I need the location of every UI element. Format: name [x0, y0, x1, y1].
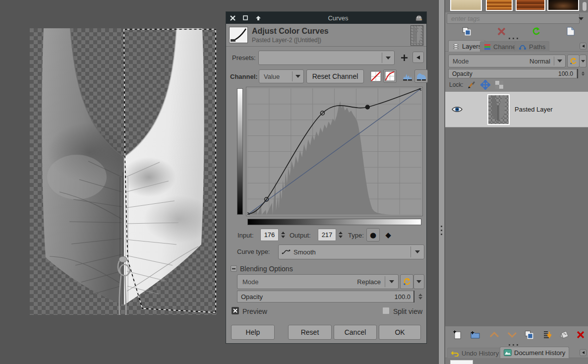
- lock-paint-icon[interactable]: [466, 79, 477, 90]
- tags-chevron-icon[interactable]: [577, 15, 585, 22]
- blending-collapse-toggle[interactable]: [231, 265, 237, 272]
- delete-icon[interactable]: [496, 26, 507, 37]
- split-view-checkbox[interactable]: [382, 307, 390, 314]
- delete-layer-icon[interactable]: [576, 330, 586, 340]
- curve-type-value: Smooth: [294, 248, 411, 256]
- chevron-down-icon: [411, 250, 424, 253]
- history-entry-thumbnail[interactable]: [450, 360, 473, 364]
- smooth-curve-icon[interactable]: [383, 69, 397, 83]
- duplicate-layer-icon[interactable]: [524, 329, 534, 340]
- dialog-header: Adjust Color Curves Pasted Layer-2 ([Unt…: [226, 24, 426, 47]
- garment-image: [30, 28, 217, 315]
- maximize-icon[interactable]: [239, 12, 252, 24]
- histogram-linear-icon[interactable]: [402, 70, 413, 82]
- dock-divider[interactable]: [438, 0, 445, 364]
- blend-mode-menu-button[interactable]: [413, 274, 424, 289]
- channel-value: Value: [259, 73, 292, 80]
- tab-document-history[interactable]: Document History: [500, 347, 569, 358]
- blend-opacity-spinner[interactable]: [416, 291, 424, 303]
- cancel-button[interactable]: Cancel: [334, 325, 377, 340]
- output-spinner[interactable]: [337, 229, 344, 241]
- paths-icon: [519, 44, 527, 50]
- point-type-smooth-button[interactable]: ●: [366, 228, 380, 242]
- layer-row-pasted-layer[interactable]: Pasted Layer: [445, 92, 588, 127]
- output-field[interactable]: 217: [318, 229, 336, 241]
- curve-grid-area[interactable]: [246, 87, 423, 216]
- reset-button[interactable]: Reset: [288, 325, 332, 340]
- history-tabbar: Undo History Document History: [445, 347, 588, 358]
- type-diamond-glyph: ◆: [385, 231, 391, 240]
- curve-type-combo[interactable]: Smooth: [278, 244, 424, 259]
- input-label: Input:: [237, 232, 254, 239]
- pattern-swatch[interactable]: [547, 0, 579, 11]
- tab-document-history-label: Document History: [514, 349, 565, 357]
- smooth-wave-icon: [279, 249, 294, 255]
- lock-position-icon[interactable]: [480, 79, 491, 90]
- blend-mode-reset-button[interactable]: [400, 274, 413, 289]
- chevron-down-icon: [554, 60, 565, 62]
- merge-down-icon[interactable]: [541, 329, 552, 340]
- blend-mode-value: Replace: [357, 278, 385, 286]
- anchor-layer-icon[interactable]: [558, 329, 570, 340]
- dock-grip-icon[interactable]: [509, 38, 518, 39]
- pattern-swatch[interactable]: [486, 0, 513, 11]
- reset-arrow-icon: [570, 58, 577, 65]
- pattern-swatch[interactable]: [516, 0, 545, 11]
- layer-opacity-value: 100.0: [558, 70, 573, 77]
- point-type-corner-button[interactable]: ◆: [382, 228, 394, 242]
- channel-combo[interactable]: Value: [259, 69, 304, 83]
- add-preset-icon[interactable]: [399, 52, 410, 63]
- layer-name[interactable]: Pasted Layer: [515, 106, 553, 113]
- blending-options-label: Blending Options: [240, 265, 293, 273]
- patterns-scrollbar[interactable]: [583, 2, 587, 11]
- layer-visibility-eye-icon[interactable]: [451, 105, 463, 114]
- image-artboard[interactable]: [30, 28, 217, 315]
- preset-menu-icon[interactable]: [412, 52, 424, 63]
- new-group-icon[interactable]: [470, 330, 480, 340]
- lock-label: Lock:: [449, 81, 464, 88]
- right-dock: Layers Channels Paths Mode Normal Opacit…: [445, 0, 588, 364]
- input-field[interactable]: 176: [260, 229, 279, 241]
- ok-button[interactable]: OK: [379, 325, 421, 340]
- preview-checkbox[interactable]: [232, 307, 239, 314]
- help-button[interactable]: Help: [231, 325, 275, 340]
- value-gradient-vertical: [237, 88, 243, 215]
- close-icon[interactable]: [226, 12, 239, 24]
- lower-layer-icon[interactable]: [507, 331, 518, 339]
- raise-layer-icon[interactable]: [489, 331, 500, 339]
- new-layer-icon[interactable]: [452, 330, 462, 340]
- pattern-swatch[interactable]: [450, 0, 482, 11]
- dock-grip-icon[interactable]: [509, 344, 518, 346]
- dialog-titlebar[interactable]: Curves: [226, 12, 426, 24]
- duplicate-icon[interactable]: [461, 26, 472, 37]
- input-spinner[interactable]: [280, 229, 287, 241]
- layer-opacity-spinner[interactable]: [579, 69, 587, 78]
- tab-paths[interactable]: Paths: [515, 41, 549, 52]
- undo-history-icon: [451, 350, 459, 357]
- layer-list: Pasted Layer: [445, 92, 588, 326]
- layer-opacity-handle[interactable]: [577, 69, 578, 78]
- layer-mode-combo[interactable]: Mode Normal: [448, 55, 566, 67]
- blend-opacity-slider[interactable]: Opacity 100.0: [237, 291, 414, 303]
- histogram-log-icon[interactable]: [414, 69, 428, 83]
- blend-opacity-handle[interactable]: [413, 291, 414, 303]
- tags-input[interactable]: [447, 13, 580, 24]
- curves-plot[interactable]: [247, 88, 421, 215]
- lock-alpha-icon[interactable]: [494, 79, 505, 90]
- linear-curve-icon[interactable]: [370, 70, 382, 82]
- history-list: [445, 358, 588, 364]
- refresh-icon[interactable]: [530, 26, 541, 37]
- presets-combo[interactable]: [258, 51, 395, 65]
- tab-menu-icon[interactable]: [580, 43, 587, 50]
- reset-channel-button[interactable]: Reset Channel: [306, 69, 364, 83]
- layer-mode-reset-button[interactable]: [567, 55, 580, 67]
- tab-menu-icon[interactable]: [580, 349, 587, 356]
- shade-icon[interactable]: [252, 12, 265, 24]
- tab-undo-history[interactable]: Undo History: [447, 348, 503, 358]
- layer-thumbnail[interactable]: [487, 94, 510, 125]
- layer-mode-menu-button[interactable]: [580, 55, 587, 67]
- open-pattern-icon[interactable]: [565, 26, 576, 37]
- layer-opacity-slider[interactable]: Opacity 100.0: [448, 69, 577, 78]
- patterns-strip: [445, 0, 588, 12]
- blend-mode-combo[interactable]: Mode Replace: [237, 274, 399, 289]
